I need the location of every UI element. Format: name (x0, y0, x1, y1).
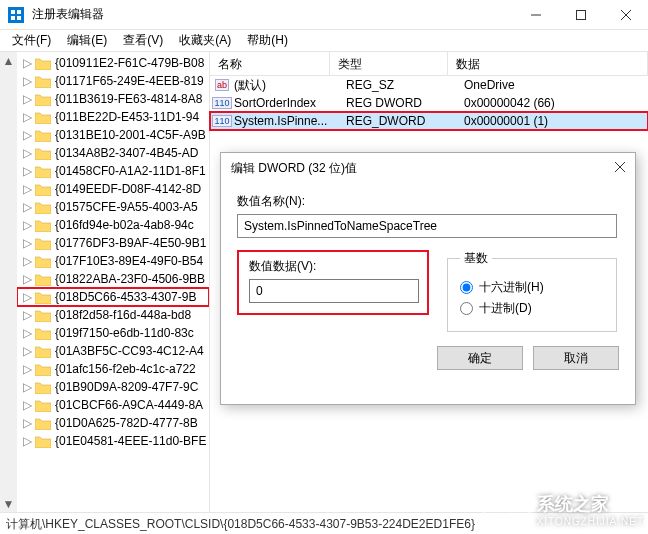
menu-view[interactable]: 查看(V) (117, 30, 169, 51)
expand-icon[interactable]: ▷ (23, 290, 35, 304)
window-title: 注册表编辑器 (32, 6, 513, 23)
tree-item[interactable]: ▷{01458CF0-A1A2-11D1-8F1 (17, 162, 209, 180)
expand-icon[interactable]: ▷ (23, 380, 35, 394)
list-row[interactable]: 110SortOrderIndexREG DWORD0x00000042 (66… (210, 94, 648, 112)
expand-icon[interactable]: ▷ (23, 56, 35, 70)
tree-item[interactable]: ▷{01A3BF5C-CC93-4C12-A4 (17, 342, 209, 360)
menu-file[interactable]: 文件(F) (6, 30, 57, 51)
tree-item[interactable]: ▷{018D5C66-4533-4307-9B (17, 288, 209, 306)
list-row[interactable]: ab(默认)REG_SZOneDrive (210, 76, 648, 94)
expand-icon[interactable]: ▷ (23, 182, 35, 196)
status-bar: 计算机\HKEY_CLASSES_ROOT\CLSID\{018D5C66-45… (0, 512, 648, 534)
tree-item-label: {011B3619-FE63-4814-8A8 (55, 92, 202, 106)
tree-item[interactable]: ▷{0134A8B2-3407-4B45-AD (17, 144, 209, 162)
expand-icon[interactable]: ▷ (23, 434, 35, 448)
tree-item[interactable]: ▷{01171F65-249E-4EEB-819 (17, 72, 209, 90)
expand-icon[interactable]: ▷ (23, 362, 35, 376)
tree-scrollbar[interactable]: ▲ ▼ (0, 52, 17, 512)
radix-hex-label: 十六进制(H) (479, 279, 544, 296)
value-type-icon: 110 (214, 95, 230, 111)
tree-item-label: {019f7150-e6db-11d0-83c (55, 326, 194, 340)
edit-dword-dialog: 编辑 DWORD (32 位)值 数值名称(N): 数值数据(V): 基数 十六… (220, 152, 636, 405)
menu-help[interactable]: 帮助(H) (241, 30, 294, 51)
tree-item[interactable]: ▷{011B3619-FE63-4814-8A8 (17, 90, 209, 108)
maximize-button[interactable] (558, 0, 603, 29)
value-name-input[interactable] (237, 214, 617, 238)
expand-icon[interactable]: ▷ (23, 92, 35, 106)
tree-item-label: {01575CFE-9A55-4003-A5 (55, 200, 198, 214)
tree-item-label: {01D0A625-782D-4777-8B (55, 416, 198, 430)
expand-icon[interactable]: ▷ (23, 398, 35, 412)
tree-item[interactable]: ▷{01776DF3-B9AF-4E50-9B1 (17, 234, 209, 252)
minimize-button[interactable] (513, 0, 558, 29)
tree-item[interactable]: ▷{01D0A625-782D-4777-8B (17, 414, 209, 432)
tree-item[interactable]: ▷{01B90D9A-8209-47F7-9C (17, 378, 209, 396)
dialog-titlebar: 编辑 DWORD (32 位)值 (221, 153, 635, 183)
status-path: 计算机\HKEY_CLASSES_ROOT\CLSID\{018D5C66-45… (6, 517, 475, 531)
tree-item-label: {018f2d58-f16d-448a-bd8 (55, 308, 191, 322)
value-data: OneDrive (464, 78, 648, 92)
value-data: 0x00000042 (66) (464, 96, 648, 110)
folder-icon (35, 237, 51, 250)
tree-item[interactable]: ▷{019f7150-e6db-11d0-83c (17, 324, 209, 342)
tree-item-label: {01afc156-f2eb-4c1c-a722 (55, 362, 196, 376)
folder-icon (35, 291, 51, 304)
value-data-input[interactable] (249, 279, 419, 303)
expand-icon[interactable]: ▷ (23, 74, 35, 88)
tree-item[interactable]: ▷{01E04581-4EEE-11d0-BFE (17, 432, 209, 450)
folder-icon (35, 435, 51, 448)
tree-item[interactable]: ▷{01822ABA-23F0-4506-9BB (17, 270, 209, 288)
close-button[interactable] (603, 0, 648, 29)
expand-icon[interactable]: ▷ (23, 308, 35, 322)
tree-item-label: {018D5C66-4533-4307-9B (55, 290, 196, 304)
value-type-icon: 110 (214, 113, 230, 129)
tree-item-label: {017F10E3-89E4-49F0-B54 (55, 254, 203, 268)
folder-icon (35, 417, 51, 430)
expand-icon[interactable]: ▷ (23, 218, 35, 232)
menu-edit[interactable]: 编辑(E) (61, 30, 113, 51)
tree-item[interactable]: ▷{01575CFE-9A55-4003-A5 (17, 198, 209, 216)
app-icon (8, 7, 24, 23)
tree-item[interactable]: ▷{016fd94e-b02a-4ab8-94c (17, 216, 209, 234)
expand-icon[interactable]: ▷ (23, 200, 35, 214)
menu-bar: 文件(F) 编辑(E) 查看(V) 收藏夹(A) 帮助(H) (0, 30, 648, 52)
col-data[interactable]: 数据 (448, 52, 648, 75)
folder-icon (35, 75, 51, 88)
radix-hex-radio[interactable] (460, 281, 473, 294)
ok-button[interactable]: 确定 (437, 346, 523, 370)
tree-pane: ▲ ▼ ▷{010911E2-F61C-479B-B08▷{01171F65-2… (0, 52, 210, 512)
col-type[interactable]: 类型 (330, 52, 448, 75)
tree-item[interactable]: ▷{011BE22D-E453-11D1-94 (17, 108, 209, 126)
value-type: REG_DWORD (346, 114, 464, 128)
col-name[interactable]: 名称 (210, 52, 330, 75)
tree-item[interactable]: ▷{018f2d58-f16d-448a-bd8 (17, 306, 209, 324)
menu-favorites[interactable]: 收藏夹(A) (173, 30, 237, 51)
tree-item-label: {01822ABA-23F0-4506-9BB (55, 272, 205, 286)
tree-item[interactable]: ▷{01afc156-f2eb-4c1c-a722 (17, 360, 209, 378)
expand-icon[interactable]: ▷ (23, 128, 35, 142)
scroll-down-icon[interactable]: ▼ (0, 495, 17, 512)
tree-item-label: {01171F65-249E-4EEB-819 (55, 74, 204, 88)
radix-dec-radio[interactable] (460, 302, 473, 315)
expand-icon[interactable]: ▷ (23, 272, 35, 286)
list-row[interactable]: 110System.IsPinne...REG_DWORD0x00000001 … (210, 112, 648, 130)
tree-item-label: {0149EEDF-D08F-4142-8D (55, 182, 201, 196)
expand-icon[interactable]: ▷ (23, 110, 35, 124)
dialog-close-button[interactable] (585, 161, 625, 175)
expand-icon[interactable]: ▷ (23, 146, 35, 160)
expand-icon[interactable]: ▷ (23, 416, 35, 430)
expand-icon[interactable]: ▷ (23, 254, 35, 268)
scroll-up-icon[interactable]: ▲ (0, 52, 17, 69)
expand-icon[interactable]: ▷ (23, 326, 35, 340)
expand-icon[interactable]: ▷ (23, 164, 35, 178)
tree-item[interactable]: ▷{0131BE10-2001-4C5F-A9B (17, 126, 209, 144)
cancel-button[interactable]: 取消 (533, 346, 619, 370)
tree-item[interactable]: ▷{01CBCF66-A9CA-4449-8A (17, 396, 209, 414)
tree-item[interactable]: ▷{017F10E3-89E4-49F0-B54 (17, 252, 209, 270)
tree-item[interactable]: ▷{0149EEDF-D08F-4142-8D (17, 180, 209, 198)
dialog-title: 编辑 DWORD (32 位)值 (231, 160, 585, 177)
expand-icon[interactable]: ▷ (23, 344, 35, 358)
tree-item[interactable]: ▷{010911E2-F61C-479B-B08 (17, 54, 209, 72)
expand-icon[interactable]: ▷ (23, 236, 35, 250)
tree-item-label: {01E04581-4EEE-11d0-BFE (55, 434, 206, 448)
